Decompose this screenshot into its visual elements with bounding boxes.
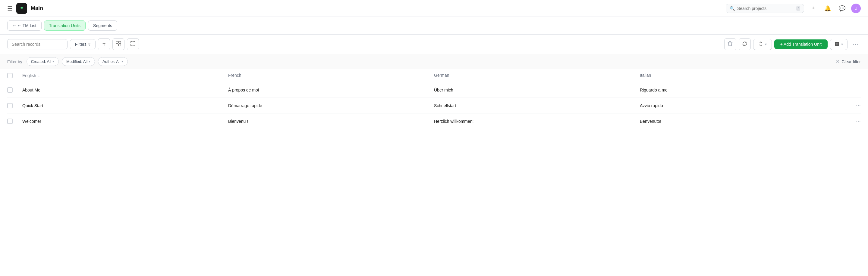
english-sort-icon: ↓ — [38, 73, 40, 78]
row-english-0: About Me — [22, 88, 228, 93]
expand-icon — [130, 41, 135, 47]
table-container: English ↓ French German Italian About Me… — [0, 69, 868, 129]
app-title: Main — [31, 5, 43, 11]
avatar[interactable]: U — [851, 4, 861, 13]
author-chevron-icon: ▾ — [121, 60, 123, 64]
svg-rect-7 — [835, 44, 837, 46]
svg-rect-5 — [835, 42, 837, 44]
table-row: Welcome! Bienvenu ! Herzlich willkommen!… — [7, 113, 861, 129]
author-filter[interactable]: Author: All ▾ — [98, 57, 128, 66]
sync-button[interactable] — [739, 38, 751, 50]
german-col-label: German — [434, 73, 450, 78]
select-all-checkbox[interactable] — [7, 73, 13, 78]
chart-icon — [116, 41, 121, 47]
tabs-bar: ← ← TM List Translation Units Segments — [0, 17, 868, 35]
modified-chevron-icon: ▾ — [89, 60, 90, 64]
sort-chevron: ▾ — [765, 42, 767, 46]
row-german-1: Schnellstart — [434, 103, 640, 108]
row-actions-0: ⋯ — [846, 87, 861, 93]
author-filter-label: Author: All — [102, 59, 120, 64]
row-checkbox[interactable] — [7, 118, 13, 124]
row-italian-1: Avvio rapido — [640, 103, 846, 108]
more-options-button[interactable]: ⋯ — [850, 39, 861, 50]
row-checkbox[interactable] — [7, 87, 13, 93]
hamburger-icon[interactable]: ☰ — [7, 5, 13, 12]
add-translation-unit-label: + Add Translation Unit — [780, 42, 822, 47]
header-right: 🔍 / + 🔔 💬 U — [726, 3, 861, 14]
clear-filter-label: Clear filter — [841, 59, 861, 64]
created-filter-label: Created: All — [31, 59, 51, 64]
header-left: ☰ Main — [7, 3, 721, 14]
row-checkbox-cell — [7, 118, 22, 124]
italian-col-label: Italian — [640, 73, 651, 78]
col-header-french: French — [228, 73, 434, 78]
sync-icon — [742, 41, 747, 47]
row-german-2: Herzlich willkommen! — [434, 119, 640, 124]
row-actions-1: ⋯ — [846, 103, 861, 108]
toolbar: Filters ▿ T — [0, 35, 868, 54]
segments-tab[interactable]: Segments — [88, 21, 117, 31]
row-actions-2: ⋯ — [846, 118, 861, 124]
svg-rect-1 — [116, 41, 118, 43]
svg-rect-8 — [837, 44, 839, 46]
filter-icon: ▿ — [88, 42, 90, 47]
avatar-initials: U — [855, 6, 857, 10]
filters-label: Filters — [75, 42, 87, 47]
row-more-button-2[interactable]: ⋯ — [856, 118, 861, 124]
search-records-box[interactable] — [7, 39, 67, 49]
plus-icon: + — [812, 5, 815, 11]
row-more-button-1[interactable]: ⋯ — [856, 103, 861, 108]
row-french-1: Démarrage rapide — [228, 103, 434, 108]
row-french-0: À propos de moi — [228, 88, 434, 93]
svg-rect-3 — [116, 44, 118, 46]
created-filter[interactable]: Created: All ▾ — [27, 57, 59, 66]
row-italian-0: Riguardo a me — [640, 88, 846, 93]
expand-button[interactable] — [127, 38, 139, 50]
search-box[interactable]: 🔍 / — [726, 4, 804, 13]
search-projects-input[interactable] — [737, 6, 794, 11]
back-arrow-icon: ← — [12, 23, 17, 28]
add-button[interactable]: + — [808, 3, 818, 14]
chat-button[interactable]: 💬 — [837, 3, 847, 14]
modified-filter-label: Modified: All — [66, 59, 87, 64]
view-toggle-button[interactable]: ▾ — [830, 39, 847, 50]
notifications-button[interactable]: 🔔 — [822, 3, 833, 14]
svg-rect-6 — [837, 42, 839, 44]
col-header-italian: Italian — [640, 73, 846, 78]
modified-filter[interactable]: Modified: All ▾ — [62, 57, 95, 66]
row-more-button-0[interactable]: ⋯ — [856, 87, 861, 93]
sort-icon — [758, 41, 763, 47]
clear-filter-x-icon: ✕ — [836, 59, 840, 64]
segments-label: Segments — [93, 23, 112, 28]
table-row: Quick Start Démarrage rapide Schnellstar… — [7, 98, 861, 113]
col-header-german: German — [434, 73, 640, 78]
tm-list-tab[interactable]: ← ← TM List — [7, 21, 41, 31]
row-checkbox[interactable] — [7, 103, 13, 108]
col-header-actions — [846, 73, 861, 78]
table-row: About Me À propos de moi Über mich Rigua… — [7, 82, 861, 98]
logo — [16, 3, 27, 14]
row-english-2: Welcome! — [22, 119, 228, 124]
row-english-1: Quick Start — [22, 103, 228, 108]
search-shortcut: / — [796, 6, 800, 11]
format-icon: T — [103, 42, 105, 47]
clear-filter-button[interactable]: ✕ Clear filter — [836, 59, 861, 64]
sort-button[interactable]: ▾ — [753, 39, 772, 50]
bell-icon: 🔔 — [824, 5, 831, 12]
chat-icon: 💬 — [839, 5, 845, 12]
format-button[interactable]: T — [98, 38, 110, 50]
ellipsis-icon: ⋯ — [852, 41, 858, 48]
delete-button[interactable] — [724, 38, 736, 50]
svg-rect-4 — [119, 44, 121, 46]
translation-units-label: Translation Units — [49, 23, 81, 28]
col-header-english[interactable]: English ↓ — [22, 73, 228, 78]
translation-units-tab[interactable]: Translation Units — [44, 21, 86, 31]
header: ☰ Main 🔍 / + 🔔 💬 U — [0, 0, 868, 17]
filters-button[interactable]: Filters ▿ — [70, 39, 96, 49]
add-translation-unit-button[interactable]: + Add Translation Unit — [774, 39, 828, 49]
table-header: English ↓ French German Italian — [7, 69, 861, 82]
svg-rect-2 — [119, 41, 121, 43]
search-records-input[interactable] — [12, 42, 63, 47]
row-german-0: Über mich — [434, 88, 640, 93]
chart-button[interactable] — [113, 38, 124, 50]
